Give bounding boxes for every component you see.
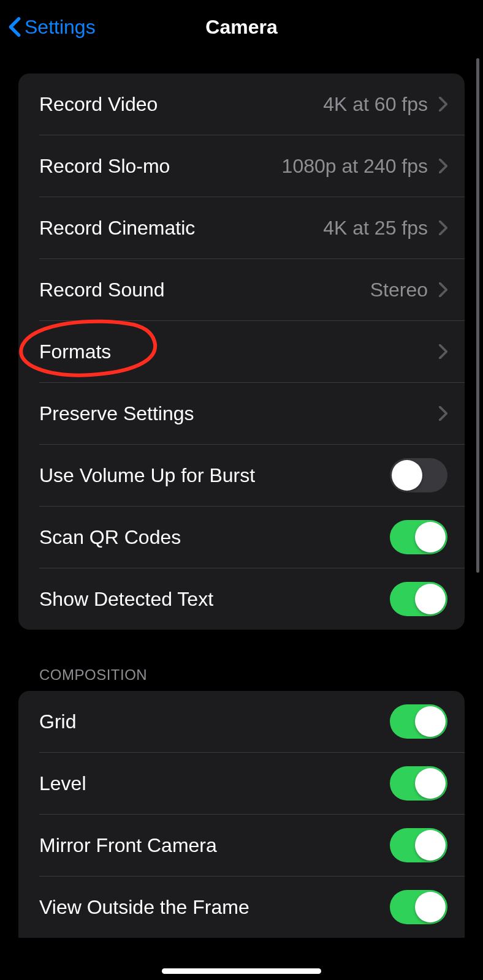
row-label: Use Volume Up for Burst	[39, 464, 390, 487]
back-label: Settings	[25, 16, 96, 39]
row-value: 4K at 25 fps	[323, 217, 428, 239]
row-label: Record Slo-mo	[39, 155, 282, 178]
row-label: Formats	[39, 341, 439, 363]
row-view-outside-frame: View Outside the Frame	[18, 876, 465, 938]
toggle-grid[interactable]	[390, 704, 447, 739]
row-label: Record Video	[39, 93, 323, 116]
chevron-right-icon	[439, 282, 447, 297]
row-label: Mirror Front Camera	[39, 834, 390, 857]
toggle-volume-burst[interactable]	[390, 458, 447, 492]
settings-group-composition: Grid Level Mirror Front Camera View Outs…	[18, 691, 465, 938]
chevron-right-icon	[439, 221, 447, 235]
section-header-composition: COMPOSITION	[0, 654, 483, 691]
content: Record Video 4K at 60 fps Record Slo-mo …	[0, 74, 483, 938]
row-record-slomo[interactable]: Record Slo-mo 1080p at 240 fps	[18, 135, 465, 197]
back-button[interactable]: Settings	[9, 16, 96, 39]
scroll-indicator[interactable]	[476, 58, 479, 573]
row-label: Grid	[39, 710, 390, 733]
row-label: Record Cinematic	[39, 217, 323, 239]
row-label: Preserve Settings	[39, 402, 439, 425]
toggle-level[interactable]	[390, 766, 447, 801]
chevron-right-icon	[439, 406, 447, 421]
chevron-right-icon	[439, 159, 447, 173]
nav-bar: Settings Camera	[0, 0, 483, 54]
page-title: Camera	[205, 16, 277, 39]
row-label: Level	[39, 772, 390, 795]
row-value: 1080p at 240 fps	[282, 155, 428, 178]
row-value: Stereo	[370, 279, 428, 301]
row-label: Scan QR Codes	[39, 526, 390, 549]
row-value: 4K at 60 fps	[323, 93, 428, 116]
toggle-mirror-front[interactable]	[390, 828, 447, 862]
chevron-right-icon	[439, 97, 447, 111]
row-label: Show Detected Text	[39, 588, 390, 611]
row-record-video[interactable]: Record Video 4K at 60 fps	[18, 74, 465, 135]
row-level: Level	[18, 753, 465, 814]
row-show-detected-text: Show Detected Text	[18, 568, 465, 630]
row-scan-qr: Scan QR Codes	[18, 507, 465, 568]
row-record-sound[interactable]: Record Sound Stereo	[18, 259, 465, 320]
row-label: View Outside the Frame	[39, 896, 390, 919]
chevron-left-icon	[9, 17, 21, 37]
home-indicator[interactable]	[162, 968, 321, 974]
row-grid: Grid	[18, 691, 465, 752]
row-mirror-front-camera: Mirror Front Camera	[18, 815, 465, 876]
row-record-cinematic[interactable]: Record Cinematic 4K at 25 fps	[18, 197, 465, 258]
chevron-right-icon	[439, 344, 447, 359]
toggle-scan-qr[interactable]	[390, 520, 447, 554]
row-preserve-settings[interactable]: Preserve Settings	[18, 383, 465, 444]
row-volume-burst: Use Volume Up for Burst	[18, 445, 465, 506]
settings-group-1: Record Video 4K at 60 fps Record Slo-mo …	[18, 74, 465, 630]
row-label: Record Sound	[39, 279, 370, 301]
row-formats[interactable]: Formats	[18, 321, 465, 382]
toggle-view-outside[interactable]	[390, 890, 447, 924]
toggle-detected-text[interactable]	[390, 582, 447, 616]
